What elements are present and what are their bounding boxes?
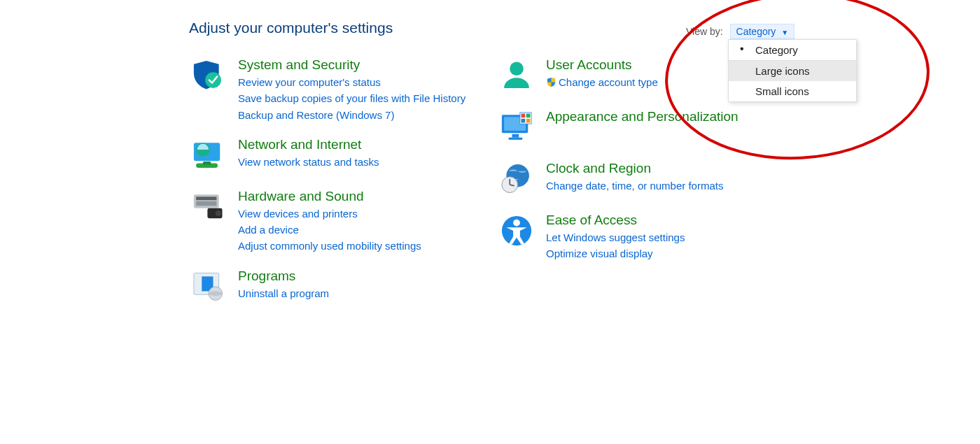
system-security-title[interactable]: System and Security bbox=[238, 57, 465, 73]
viewby-option-large-icons[interactable]: Large icons bbox=[729, 61, 856, 81]
link-network-status[interactable]: View network status and tasks bbox=[238, 154, 379, 170]
category-appearance: Appearance and Personalization bbox=[497, 108, 798, 147]
category-network-internet: Network and Internet View network status… bbox=[189, 136, 497, 175]
svg-point-0 bbox=[205, 72, 221, 88]
category-programs: Programs Uninstall a program bbox=[189, 267, 497, 306]
svg-rect-22 bbox=[522, 119, 526, 123]
svg-rect-7 bbox=[196, 201, 216, 206]
link-change-account-type-text: Change account type bbox=[559, 76, 658, 88]
link-devices-printers[interactable]: View devices and printers bbox=[238, 206, 421, 222]
svg-point-14 bbox=[510, 62, 524, 76]
link-review-status[interactable]: Review your computer's status bbox=[238, 74, 465, 90]
network-internet-icon bbox=[189, 136, 228, 175]
category-ease-of-access: Ease of Access Let Windows suggest setti… bbox=[497, 211, 798, 262]
network-internet-title[interactable]: Network and Internet bbox=[238, 137, 379, 152]
page-title: Adjust your computer's settings bbox=[189, 20, 980, 36]
svg-rect-18 bbox=[509, 138, 523, 140]
category-clock-region: Clock and Region Change date, time, or n… bbox=[497, 159, 798, 199]
viewby-option-category[interactable]: Category bbox=[729, 40, 856, 60]
hardware-sound-title[interactable]: Hardware and Sound bbox=[238, 189, 421, 204]
link-suggest-settings[interactable]: Let Windows suggest settings bbox=[546, 229, 685, 245]
viewby-current: Category bbox=[736, 26, 776, 37]
link-uninstall-program[interactable]: Uninstall a program bbox=[238, 285, 329, 301]
clock-region-title[interactable]: Clock and Region bbox=[546, 161, 723, 176]
viewby-control: View by: Category ▼ bbox=[686, 24, 794, 39]
svg-rect-20 bbox=[522, 114, 526, 118]
svg-rect-6 bbox=[196, 196, 216, 200]
hardware-sound-icon bbox=[189, 187, 228, 227]
svg-point-9 bbox=[216, 210, 221, 216]
link-date-time-formats[interactable]: Change date, time, or number formats bbox=[546, 178, 723, 194]
link-change-account-type[interactable]: Change account type bbox=[546, 74, 658, 90]
viewby-button[interactable]: Category ▼ bbox=[730, 24, 795, 39]
viewby-option-small-icons[interactable]: Small icons bbox=[729, 81, 856, 101]
link-optimize-display[interactable]: Optimize visual display bbox=[546, 245, 685, 262]
link-file-history[interactable]: Save backup copies of your files with Fi… bbox=[238, 90, 465, 106]
link-mobility-settings[interactable]: Adjust commonly used mobility settings bbox=[238, 238, 421, 254]
viewby-dropdown: Category Large icons Small icons bbox=[728, 39, 857, 102]
chevron-down-icon: ▼ bbox=[781, 29, 788, 36]
ease-of-access-title[interactable]: Ease of Access bbox=[546, 213, 685, 228]
svg-rect-17 bbox=[512, 134, 519, 138]
svg-rect-21 bbox=[526, 114, 531, 118]
svg-point-29 bbox=[513, 220, 520, 227]
ease-of-access-icon bbox=[497, 211, 536, 250]
category-system-security: System and Security Review your computer… bbox=[189, 56, 497, 123]
user-accounts-icon bbox=[497, 56, 536, 95]
svg-rect-23 bbox=[526, 119, 531, 123]
system-security-icon bbox=[189, 56, 228, 95]
appearance-title[interactable]: Appearance and Personalization bbox=[546, 109, 738, 124]
link-add-device[interactable]: Add a device bbox=[238, 222, 421, 238]
svg-rect-4 bbox=[203, 162, 211, 165]
uac-shield-icon bbox=[546, 76, 556, 86]
svg-point-13 bbox=[209, 291, 223, 296]
viewby-label: View by: bbox=[686, 26, 723, 37]
programs-title[interactable]: Programs bbox=[238, 268, 329, 284]
programs-icon bbox=[189, 267, 228, 306]
category-hardware-sound: Hardware and Sound View devices and prin… bbox=[189, 187, 497, 255]
appearance-icon bbox=[497, 108, 536, 147]
link-backup-restore[interactable]: Backup and Restore (Windows 7) bbox=[238, 107, 465, 123]
user-accounts-title[interactable]: User Accounts bbox=[546, 57, 658, 73]
clock-region-icon bbox=[497, 159, 536, 199]
